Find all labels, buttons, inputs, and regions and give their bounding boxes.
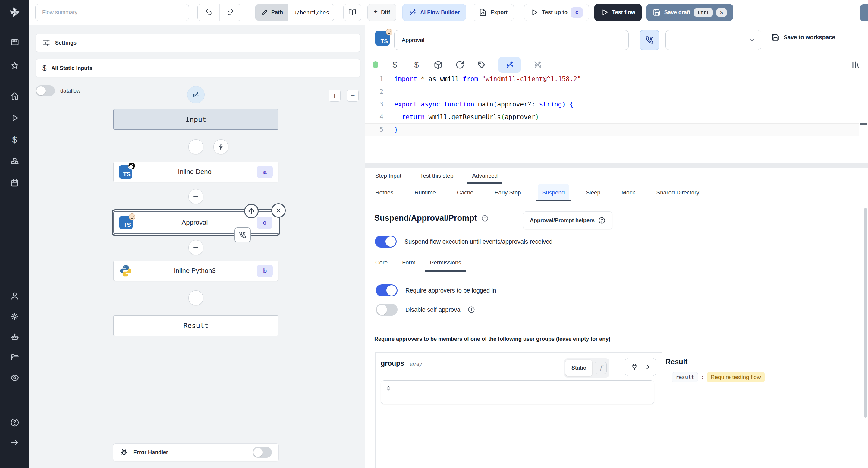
deploy-button-partial[interactable] [860,4,868,21]
suspend-phone-button[interactable] [640,30,659,50]
code-line[interactable]: 2 [365,85,859,98]
docs-book-button[interactable] [343,4,361,21]
tab-form[interactable]: Form [402,253,415,272]
path-button[interactable]: Path u/henri/bes [255,4,334,21]
require-login-toggle[interactable] [376,284,398,296]
resources-cubes-icon[interactable] [9,155,21,167]
add-step-button[interactable] [188,189,204,204]
add-step-button[interactable] [188,139,204,154]
kbd-s: S [716,8,727,17]
tab-shared-directory[interactable]: Shared Directory [652,184,704,201]
favorites-star-icon[interactable] [9,60,21,72]
library-icon[interactable] [850,60,860,70]
function-mode-button[interactable]: ƒ [595,362,607,374]
error-handler-toggle[interactable] [253,447,272,458]
save-to-workspace-button[interactable]: Save to workspace [772,33,835,41]
flow-node-result[interactable]: Result [113,315,278,336]
info-icon[interactable] [481,215,489,222]
tab-early-stop[interactable]: Early Stop [490,184,525,201]
tab-cache[interactable]: Cache [453,184,478,201]
editor-overview-ruler[interactable] [859,73,868,164]
flow-node-approval-selected[interactable]: TS Approval c [113,211,278,234]
test-flow-button[interactable]: Test flow [594,4,642,21]
windmill-logo[interactable] [7,5,22,19]
expand-sidebar-arrow-icon[interactable] [9,436,21,448]
ai-flow-builder-button[interactable]: AI Flow Builder [402,4,466,21]
tab-mock[interactable]: Mock [617,184,639,201]
panel-resize-handle[interactable] [365,164,868,168]
code-editor[interactable]: 1import * as wmill from "windmill-client… [365,73,859,164]
variables-dollar-icon[interactable]: $ [390,60,400,70]
home-icon[interactable] [9,90,21,102]
schedules-calendar-icon[interactable] [9,177,21,189]
resources-dollar-icon[interactable]: $ [412,60,421,70]
collapse-chevrons-icon[interactable] [385,385,392,391]
ai-wand-off-icon[interactable] [533,60,542,70]
diff-button[interactable]: ± Diff [367,4,396,21]
groups-array-input[interactable] [381,380,654,404]
suspend-subtabs: Core Form Permissions [370,253,858,272]
folders-icon[interactable] [9,351,21,363]
package-icon[interactable] [433,60,443,70]
variables-dollar-icon[interactable]: $ [9,134,21,146]
help-icon[interactable] [9,416,21,429]
tab-advanced[interactable]: Advanced [472,168,498,184]
error-handler-card[interactable]: Error Handler [113,443,279,461]
test-up-to-button[interactable]: Test up to c [524,4,589,21]
tab-retries[interactable]: Retries [371,184,398,201]
tab-test-this-step[interactable]: Test this step [420,168,454,184]
dataflow-label: dataflow [60,88,81,94]
tab-sleep[interactable]: Sleep [582,184,605,201]
users-icon[interactable] [9,290,21,302]
line-number: 5 [365,126,394,133]
tab-step-input[interactable]: Step Input [375,168,401,184]
code-line[interactable]: 5} [365,123,859,136]
apps-icon[interactable] [9,36,21,48]
save-draft-button[interactable]: Save draft Ctrl S [647,4,733,21]
line-number: 4 [365,113,394,121]
scrollbar-thumb[interactable] [864,208,867,418]
tab-suspend[interactable]: Suspend [538,184,569,201]
tag-icon[interactable] [477,60,487,70]
info-icon[interactable] [468,306,475,313]
connect-input-button[interactable] [625,358,656,376]
export-button[interactable]: Export [472,4,514,21]
flow-settings-button[interactable]: Settings [36,34,361,52]
step-name-input[interactable] [394,30,629,50]
redo-button[interactable] [219,4,241,21]
code-line[interactable]: 1import * as wmill from "windmill-client… [365,73,859,85]
add-step-button[interactable] [188,240,204,255]
script-version-select[interactable] [665,30,761,50]
ai-assistant-wand-button[interactable] [187,86,205,104]
disable-self-approval-toggle[interactable] [376,304,398,316]
ai-wand-active-button[interactable] [498,57,521,73]
reload-icon[interactable] [455,60,465,70]
move-step-button[interactable] [244,204,258,218]
flow-node-inline-python[interactable]: Inline Python3 b [113,261,278,281]
dataflow-toggle[interactable] [36,85,55,96]
flow-node-input[interactable]: Input [113,109,278,130]
suspend-flow-toggle[interactable] [375,235,397,247]
save-icon [772,33,779,41]
add-step-button[interactable] [188,290,204,305]
settings-gear-icon[interactable] [9,310,21,322]
flow-node-inline-deno[interactable]: TS Inline Deno a [113,162,278,182]
tab-runtime[interactable]: Runtime [410,184,440,201]
all-static-inputs-button[interactable]: $ All Static Inputs [36,59,361,77]
runs-play-icon[interactable] [9,112,21,124]
add-trigger-button[interactable] [213,139,228,154]
approval-prompt-helpers-button[interactable]: Approval/Prompt helpers [523,211,613,230]
code-line[interactable]: 4 return wmill.getResumeUrls(approver) [365,111,859,123]
tab-permissions[interactable]: Permissions [430,253,461,272]
play-icon [530,8,538,16]
zoom-out-button[interactable]: − [347,90,359,101]
audit-eye-icon[interactable] [9,372,21,384]
zoom-in-button[interactable]: + [329,90,341,101]
tab-core[interactable]: Core [375,253,388,272]
code-line[interactable]: 3export async function main(approver?: s… [365,98,859,111]
flow-summary-input[interactable] [35,4,189,21]
undo-button[interactable] [198,4,219,21]
workers-robot-icon[interactable] [9,331,21,343]
delete-step-button[interactable] [271,203,286,218]
static-mode-button[interactable]: Static [565,360,592,376]
